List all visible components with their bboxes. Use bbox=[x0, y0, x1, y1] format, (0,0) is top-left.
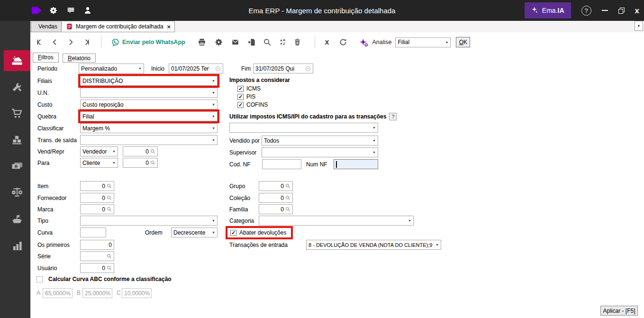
search-icon[interactable] bbox=[107, 265, 112, 271]
vend-repr-type-select[interactable]: Vendedor bbox=[80, 146, 118, 156]
usuario-field[interactable]: 0 bbox=[80, 263, 114, 273]
sidebar-item-vendas[interactable] bbox=[4, 50, 30, 71]
supervisor-select[interactable] bbox=[262, 147, 378, 157]
os-primeiros-field[interactable]: 0 bbox=[80, 240, 114, 250]
search-icon[interactable] bbox=[107, 207, 112, 212]
title-bar: Ema ERP - Margem de contribuição detalha… bbox=[0, 0, 644, 21]
abc-a-field: 65,0000% bbox=[43, 288, 73, 298]
filiais-select[interactable]: DISTRIBUIÇÃO bbox=[80, 76, 218, 86]
cod-nf-field[interactable] bbox=[262, 159, 301, 169]
next-record-button[interactable] bbox=[67, 38, 74, 46]
para-code-field[interactable]: 0 bbox=[123, 158, 158, 168]
pis-checkbox[interactable] bbox=[237, 94, 244, 100]
item-field[interactable]: 0 bbox=[80, 181, 114, 191]
search-icon[interactable] bbox=[150, 149, 155, 154]
chat-icon[interactable] bbox=[65, 5, 76, 16]
num-nf-field[interactable] bbox=[334, 159, 378, 169]
apply-button[interactable]: Aplicar - [F5] bbox=[600, 306, 638, 316]
app-logo-icon[interactable] bbox=[31, 5, 42, 16]
un-select[interactable] bbox=[80, 88, 218, 98]
search-button[interactable] bbox=[263, 38, 272, 46]
fim-date-field[interactable]: 31/07/2025 Qui bbox=[253, 64, 313, 73]
para-type-select[interactable]: Cliente bbox=[80, 158, 118, 168]
curva-abc-checkbox[interactable] bbox=[36, 276, 43, 282]
vendido-por-select[interactable]: Todos bbox=[262, 136, 378, 145]
search-icon[interactable] bbox=[285, 183, 290, 189]
clock-icon bbox=[305, 66, 311, 72]
trans-saida-select[interactable] bbox=[80, 135, 218, 145]
analise-select[interactable]: Filial bbox=[395, 37, 451, 47]
first-record-button[interactable] bbox=[36, 38, 44, 46]
search-icon[interactable] bbox=[285, 195, 290, 200]
quebra-select[interactable]: Filial bbox=[80, 111, 218, 121]
pis-checkbox-row: PIS bbox=[237, 93, 255, 100]
sidebar-item-financeiro[interactable]: $ bbox=[4, 155, 30, 176]
ordem-select[interactable]: Decrescente bbox=[171, 227, 218, 237]
prev-record-button[interactable] bbox=[51, 38, 59, 46]
sidebar-item-tools[interactable] bbox=[4, 77, 30, 98]
sidebar-item-expedicao[interactable] bbox=[4, 209, 30, 229]
cadastro-impostos-select[interactable] bbox=[229, 123, 378, 133]
inicio-date-field[interactable]: 01/07/2025 Ter bbox=[169, 64, 223, 73]
sidebar-item-compras[interactable] bbox=[4, 103, 30, 124]
tab-filtros[interactable]: Filtros bbox=[33, 53, 59, 63]
transacoes-entrada-select[interactable]: 8 - DEVOLUÇÃO DE VENDA (NOTA DO CLIENTE)… bbox=[306, 240, 441, 250]
tab-overflow-button[interactable] bbox=[635, 21, 643, 31]
categoria-select[interactable] bbox=[259, 216, 414, 226]
num-nf-label: Num NF bbox=[306, 161, 327, 168]
search-icon[interactable] bbox=[285, 207, 290, 212]
print-button[interactable] bbox=[198, 38, 206, 46]
delete-button[interactable] bbox=[293, 38, 301, 46]
minimize-button[interactable] bbox=[602, 10, 608, 11]
custo-select[interactable]: Custo reposição bbox=[80, 100, 218, 109]
vend-repr-code-field[interactable]: 0 bbox=[123, 146, 158, 156]
ok-button[interactable]: OK bbox=[456, 37, 470, 47]
cofins-label: COFINS bbox=[246, 101, 268, 108]
icms-checkbox[interactable] bbox=[237, 86, 244, 92]
last-record-button[interactable] bbox=[82, 38, 91, 46]
familia-field[interactable]: 0 bbox=[259, 204, 293, 214]
cancel-button[interactable]: x bbox=[325, 38, 329, 46]
colecao-field[interactable]: 0 bbox=[259, 193, 293, 203]
periodo-select[interactable]: Personalizado bbox=[79, 64, 144, 73]
gear-icon[interactable] bbox=[48, 5, 59, 16]
whatsapp-button[interactable]: Enviar pelo WhatsApp bbox=[111, 38, 185, 47]
cadastro-help-button[interactable]: ? bbox=[389, 113, 397, 120]
sort-button[interactable]: ▲A▼Z bbox=[280, 38, 286, 46]
email-button[interactable] bbox=[231, 38, 240, 46]
close-button[interactable]: x bbox=[635, 7, 639, 15]
cofins-checkbox[interactable] bbox=[237, 102, 244, 108]
fornecedor-field[interactable]: 0 bbox=[80, 193, 114, 203]
classificar-select[interactable]: Margem % bbox=[80, 123, 218, 133]
curva-field[interactable] bbox=[80, 227, 106, 237]
export-button[interactable] bbox=[247, 38, 256, 46]
tab-margem-contribuicao[interactable]: Margem de contribuição detalhada × bbox=[62, 21, 175, 32]
search-icon[interactable] bbox=[150, 160, 155, 165]
app-window: Ema ERP - Margem de contribuição detalha… bbox=[0, 0, 644, 318]
abater-devolucoes-checkbox[interactable] bbox=[230, 230, 236, 236]
tipo-label: Tipo bbox=[37, 218, 48, 224]
restore-button[interactable] bbox=[618, 8, 625, 14]
tab-close-icon[interactable]: × bbox=[167, 23, 171, 30]
search-icon[interactable] bbox=[107, 183, 112, 189]
trans-saida-label: Trans. de saída bbox=[37, 137, 77, 144]
search-icon[interactable] bbox=[107, 195, 112, 200]
serie-field[interactable] bbox=[80, 251, 114, 261]
settings-button[interactable] bbox=[215, 38, 223, 46]
user-icon[interactable] bbox=[82, 5, 93, 16]
tab-vendas[interactable]: Vendas bbox=[31, 21, 62, 32]
sidebar-item-relatorios[interactable] bbox=[4, 235, 30, 256]
search-icon[interactable] bbox=[107, 254, 112, 259]
un-label: U.N. bbox=[37, 90, 49, 96]
help-button[interactable]: ? bbox=[581, 6, 591, 16]
fornecedor-label: Fornecedor bbox=[37, 195, 66, 201]
tab-relatorio[interactable]: Relatório bbox=[63, 54, 96, 63]
marca-field[interactable]: 0 bbox=[80, 204, 114, 214]
ema-ia-button[interactable]: Ema.IA bbox=[525, 2, 571, 18]
analise-button[interactable] bbox=[359, 38, 368, 47]
sidebar-item-estoque[interactable] bbox=[4, 129, 30, 150]
sidebar-item-fiscal[interactable] bbox=[4, 182, 30, 203]
refresh-button[interactable] bbox=[339, 38, 347, 46]
tipo-select[interactable] bbox=[80, 216, 218, 226]
grupo-field[interactable]: 0 bbox=[259, 181, 293, 191]
